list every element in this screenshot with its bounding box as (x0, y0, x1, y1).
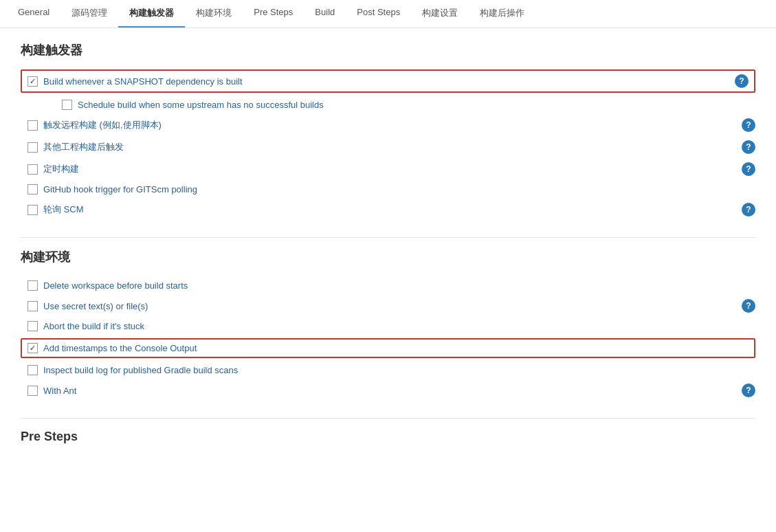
checkbox-box-abort-stuck (27, 321, 38, 331)
pre-steps-title: Pre Steps (21, 430, 755, 444)
section-divider (21, 237, 755, 238)
env-options-container: Delete workspace before build startsUse … (21, 276, 755, 401)
tab-env[interactable]: 构建环境 (185, 0, 243, 27)
env-title: 构建环境 (21, 249, 755, 265)
checkbox-box-poll-scm (27, 205, 38, 215)
option-after-other: 其他工程构建后触发? (21, 136, 755, 158)
option-gradle-build-scans: Inspect build log for published Gradle b… (21, 361, 755, 379)
option-snapshot: Build whenever a SNAPSHOT dependency is … (21, 69, 755, 93)
option-label-no-successful-builds: Schedule build when some upstream has no… (78, 100, 324, 110)
option-label-after-other: 其他工程构建后触发 (43, 141, 124, 153)
option-label-secret-text: Use secret text(s) or file(s) (43, 301, 148, 311)
checkbox-delete-workspace[interactable]: Delete workspace before build starts (27, 280, 188, 291)
option-label-timestamps: Add timestamps to the Console Output (43, 343, 197, 353)
checkbox-box-with-ant (27, 386, 38, 396)
checkbox-box-no-successful-builds (62, 100, 72, 110)
checkbox-timestamps[interactable]: Add timestamps to the Console Output (27, 343, 197, 353)
triggers-title: 构建触发器 (21, 42, 755, 58)
option-poll-scm: 轮询 SCM? (21, 199, 755, 221)
option-label-scheduled: 定时构建 (43, 163, 79, 175)
checkbox-box-github-hook (27, 184, 38, 195)
env-section: 构建环境 Delete workspace before build start… (21, 249, 755, 401)
checkbox-box-remote-trigger (27, 120, 38, 131)
pre-steps-section: Pre Steps (21, 430, 755, 444)
tab-bar: General源码管理构建触发器构建环境Pre StepsBuildPost S… (0, 0, 776, 28)
tab-post-steps[interactable]: Post Steps (346, 0, 411, 27)
checkbox-box-delete-workspace (27, 280, 38, 291)
tab-general[interactable]: General (7, 0, 60, 27)
checkbox-abort-stuck[interactable]: Abort the build if it's stuck (27, 321, 144, 331)
option-no-successful-builds: Schedule build when some upstream has no… (21, 96, 755, 114)
option-scheduled: 定时构建? (21, 158, 755, 180)
option-label-snapshot: Build whenever a SNAPSHOT dependency is … (43, 76, 243, 87)
checkbox-no-successful-builds[interactable]: Schedule build when some upstream has no… (62, 100, 324, 110)
checkbox-snapshot[interactable]: Build whenever a SNAPSHOT dependency is … (27, 76, 243, 87)
help-icon-after-other[interactable]: ? (742, 140, 755, 154)
option-label-abort-stuck: Abort the build if it's stuck (43, 321, 144, 331)
option-with-ant: With Ant? (21, 379, 755, 401)
option-label-github-hook: GitHub hook trigger for GITScm polling (43, 184, 197, 195)
checkbox-after-other[interactable]: 其他工程构建后触发 (27, 141, 124, 153)
tab-pre-steps[interactable]: Pre Steps (243, 0, 304, 27)
tab-post-build[interactable]: 构建后操作 (469, 0, 535, 27)
option-github-hook: GitHub hook trigger for GITScm polling (21, 180, 755, 199)
option-remote-trigger: 触发远程构建 (例如,使用脚本)? (21, 114, 755, 136)
section-divider-2 (21, 418, 755, 419)
checkbox-gradle-build-scans[interactable]: Inspect build log for published Gradle b… (27, 365, 238, 375)
help-icon-poll-scm[interactable]: ? (742, 203, 755, 217)
help-icon-secret-text[interactable]: ? (742, 299, 755, 313)
checkbox-secret-text[interactable]: Use secret text(s) or file(s) (27, 301, 148, 311)
option-label-with-ant: With Ant (43, 386, 76, 396)
option-delete-workspace: Delete workspace before build starts (21, 276, 755, 295)
checkbox-remote-trigger[interactable]: 触发远程构建 (例如,使用脚本) (27, 119, 162, 131)
checkbox-github-hook[interactable]: GitHub hook trigger for GITScm polling (27, 184, 197, 195)
option-secret-text: Use secret text(s) or file(s)? (21, 295, 755, 317)
option-label-delete-workspace: Delete workspace before build starts (43, 280, 188, 291)
tab-triggers[interactable]: 构建触发器 (118, 0, 185, 27)
option-label-poll-scm: 轮询 SCM (43, 203, 84, 216)
option-abort-stuck: Abort the build if it's stuck (21, 317, 755, 335)
checkbox-box-secret-text (27, 301, 38, 311)
checkbox-box-snapshot (27, 76, 38, 87)
checkbox-box-gradle-build-scans (27, 365, 38, 375)
help-icon-snapshot[interactable]: ? (735, 74, 749, 88)
checkbox-box-after-other (27, 142, 38, 153)
checkbox-box-timestamps (27, 343, 38, 353)
main-content: 构建触发器 Build whenever a SNAPSHOT dependen… (0, 28, 776, 532)
triggers-options-container: Build whenever a SNAPSHOT dependency is … (21, 69, 755, 221)
option-timestamps: Add timestamps to the Console Output (21, 338, 755, 358)
option-label-remote-trigger: 触发远程构建 (例如,使用脚本) (43, 119, 162, 131)
checkbox-scheduled[interactable]: 定时构建 (27, 163, 79, 175)
checkbox-poll-scm[interactable]: 轮询 SCM (27, 203, 84, 216)
help-icon-remote-trigger[interactable]: ? (742, 118, 755, 132)
tab-settings[interactable]: 构建设置 (411, 0, 469, 27)
help-icon-with-ant[interactable]: ? (742, 384, 755, 397)
option-label-gradle-build-scans: Inspect build log for published Gradle b… (43, 365, 238, 375)
triggers-section: 构建触发器 Build whenever a SNAPSHOT dependen… (21, 42, 755, 221)
help-icon-scheduled[interactable]: ? (742, 162, 755, 176)
tab-scm[interactable]: 源码管理 (60, 0, 118, 27)
checkbox-with-ant[interactable]: With Ant (27, 386, 76, 396)
tab-build[interactable]: Build (304, 0, 346, 27)
checkbox-box-scheduled (27, 164, 38, 175)
